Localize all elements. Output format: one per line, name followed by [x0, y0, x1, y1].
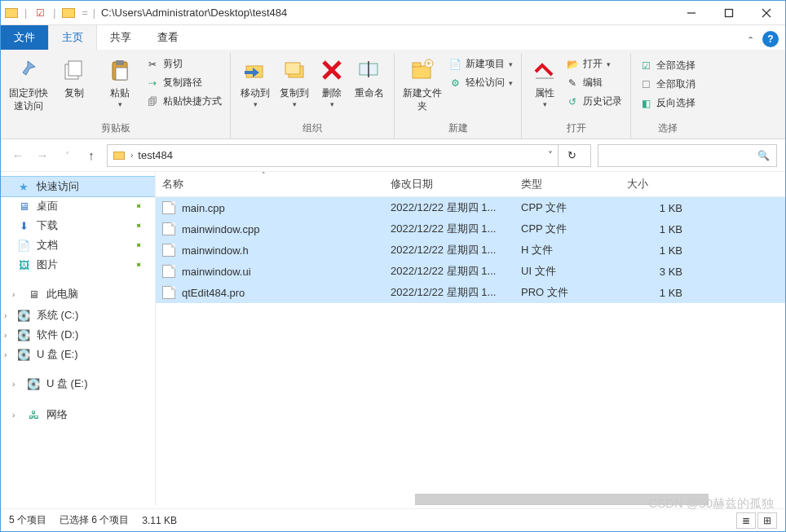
status-bar: 5 个项目 已选择 6 个项目 3.11 KB ≣ ⊞: [1, 508, 785, 531]
easy-access-icon: ⚙: [448, 77, 461, 90]
desktop-icon: 🖥: [17, 200, 30, 213]
col-type[interactable]: 类型: [521, 177, 627, 191]
nav-drive-c[interactable]: › 💽 系统 (C:): [1, 306, 155, 325]
pin-icon: ✦: [132, 258, 144, 271]
search-box[interactable]: 🔍: [598, 144, 777, 167]
svg-rect-9: [116, 68, 127, 80]
svg-rect-8: [116, 60, 124, 65]
file-row[interactable]: mainwindow.ui 2022/12/22 星期四 1... UI 文件 …: [156, 261, 785, 282]
forward-button[interactable]: →: [33, 148, 51, 162]
ribbon-group-clipboard: 固定到快速访问 复制 粘贴 ▾ ✂ 剪切: [1, 53, 231, 138]
edit-button[interactable]: ✎ 编辑: [563, 75, 625, 90]
tab-file[interactable]: 文件: [1, 25, 48, 50]
paste-button[interactable]: 粘贴 ▾: [97, 53, 143, 109]
search-icon: 🔍: [757, 150, 770, 161]
sort-indicator-icon: ˄: [262, 171, 266, 179]
chevron-right-icon[interactable]: ›: [12, 290, 20, 299]
edit-icon: ✎: [566, 77, 579, 90]
view-details-button[interactable]: ≣: [736, 512, 756, 529]
select-none-icon: ☐: [639, 78, 652, 91]
select-all-button[interactable]: ☑ 全部选择: [636, 58, 699, 73]
new-folder-button[interactable]: ✳ 新建文件夹: [400, 53, 445, 112]
ribbon: 固定到快速访问 复制 粘贴 ▾ ✂ 剪切: [1, 50, 785, 139]
column-headers[interactable]: ˄ 名称 修改日期 类型 大小: [156, 172, 785, 197]
pin-icon: ✦: [132, 200, 144, 213]
ribbon-group-new: ✳ 新建文件夹 📄 新建项目 ⚙ 轻松访问 新建: [395, 53, 522, 138]
maximize-button[interactable]: [710, 1, 748, 25]
usb-icon: 💽: [27, 377, 40, 390]
refresh-button[interactable]: ↻: [558, 144, 585, 167]
paste-shortcut-button[interactable]: 🗐 粘贴快捷方式: [143, 94, 225, 109]
close-button[interactable]: [748, 1, 785, 25]
nav-network[interactable]: › 🖧 网络: [1, 403, 155, 426]
chevron-right-icon[interactable]: ›: [4, 311, 7, 320]
delete-icon: [318, 56, 346, 84]
history-button[interactable]: ↺ 历史记录: [563, 94, 625, 109]
open-dropdown-button[interactable]: 📂 打开: [563, 56, 625, 72]
file-row[interactable]: qtEdit484.pro 2022/12/22 星期四 1... PRO 文件…: [156, 282, 785, 303]
rename-button[interactable]: 重命名: [350, 53, 389, 100]
chevron-icon[interactable]: ›: [130, 151, 133, 160]
view-icons-button[interactable]: ⊞: [757, 512, 777, 529]
drive-icon: 💽: [17, 328, 30, 341]
pin-icon: ✦: [132, 239, 144, 252]
quick-access-check-icon[interactable]: ☑: [33, 6, 47, 20]
group-label-select: 选择: [658, 120, 678, 138]
file-row[interactable]: mainwindow.cpp 2022/12/22 星期四 1... CPP 文…: [156, 218, 785, 240]
nav-documents[interactable]: 📄 文档 ✦: [1, 235, 155, 255]
select-none-button[interactable]: ☐ 全部取消: [636, 77, 699, 92]
link-icon: ⇢: [146, 77, 159, 90]
copy-to-button[interactable]: 复制到: [275, 53, 314, 109]
col-size[interactable]: 大小: [627, 177, 692, 191]
col-name[interactable]: 名称: [162, 177, 391, 191]
properties-button[interactable]: 属性: [527, 53, 563, 109]
select-all-icon: ☑: [639, 59, 652, 73]
copy-button[interactable]: 复制: [51, 53, 97, 100]
easy-access-button[interactable]: ⚙ 轻松访问: [445, 75, 516, 90]
address-dropdown-icon[interactable]: ˅: [548, 150, 553, 161]
file-icon: [162, 265, 175, 278]
back-button[interactable]: ←: [9, 148, 27, 162]
nav-drive-d[interactable]: › 💽 软件 (D:): [1, 325, 155, 345]
new-item-button[interactable]: 📄 新建项目: [445, 56, 516, 72]
file-row[interactable]: main.cpp 2022/12/22 星期四 1... CPP 文件 1 KB: [156, 197, 785, 218]
ribbon-tabs: 文件 主页 共享 查看 ⌃ ?: [1, 25, 785, 50]
ribbon-collapse-icon[interactable]: ⌃: [747, 35, 754, 46]
file-icon: [162, 201, 175, 214]
title-folder-icon: [61, 6, 76, 20]
nav-pictures[interactable]: 🖼 图片 ✦: [1, 255, 155, 275]
recent-dropdown[interactable]: ˅: [58, 151, 76, 160]
pin-to-quickaccess-button[interactable]: 固定到快速访问: [6, 53, 51, 112]
invert-icon: ◧: [639, 97, 652, 110]
tab-home[interactable]: 主页: [48, 24, 97, 50]
help-button[interactable]: ?: [762, 31, 779, 47]
nav-quick-access[interactable]: ★ 快速访问: [1, 177, 155, 196]
usb-icon: 💽: [17, 348, 30, 361]
nav-desktop[interactable]: 🖥 桌面 ✦: [1, 196, 155, 216]
shortcut-icon: 🗐: [146, 95, 159, 108]
tab-share[interactable]: 共享: [97, 25, 144, 50]
svg-text:✳: ✳: [426, 59, 432, 68]
minimize-button[interactable]: [673, 1, 710, 25]
title-bar: | ☑ | = | C:\Users\Administrator\Desktop…: [1, 1, 785, 25]
up-button[interactable]: ↑: [82, 148, 100, 162]
move-to-button[interactable]: 移动到: [236, 53, 275, 109]
tab-view[interactable]: 查看: [144, 25, 192, 50]
nav-drive-e1[interactable]: › 💽 U 盘 (E:): [1, 345, 155, 364]
group-label-clipboard: 剪贴板: [101, 120, 130, 138]
col-date[interactable]: 修改日期: [391, 177, 521, 191]
delete-button[interactable]: 删除: [314, 53, 350, 109]
breadcrumb-current[interactable]: test484: [138, 149, 173, 161]
invert-selection-button[interactable]: ◧ 反向选择: [636, 95, 699, 111]
nav-this-pc[interactable]: › 🖥 此电脑: [1, 283, 155, 306]
nav-drive-e2[interactable]: › 💽 U 盘 (E:): [1, 372, 155, 395]
ribbon-group-select: ☑ 全部选择 ☐ 全部取消 ◧ 反向选择 选择: [631, 53, 704, 138]
paste-icon: [106, 56, 134, 84]
nav-downloads[interactable]: ⬇ 下载 ✦: [1, 216, 155, 235]
file-row[interactable]: mainwindow.h 2022/12/22 星期四 1... H 文件 1 …: [156, 240, 785, 261]
star-icon: ★: [17, 180, 30, 193]
svg-rect-13: [285, 63, 300, 74]
address-bar[interactable]: › test484 ˅ ↻: [107, 144, 591, 167]
cut-button[interactable]: ✂ 剪切: [143, 56, 225, 72]
copy-path-button[interactable]: ⇢ 复制路径: [143, 75, 225, 90]
